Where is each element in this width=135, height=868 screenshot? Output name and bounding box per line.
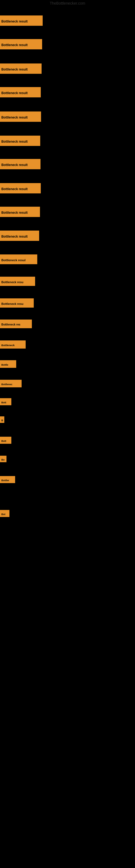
bottleneck-result-label: Bottleneck result	[0, 135, 40, 146]
bottleneck-result-label: Bott	[0, 437, 11, 444]
bottleneck-result-label: Bottler	[0, 476, 15, 483]
bottleneck-result-label: Bottleneck result	[0, 159, 41, 169]
bottleneck-result-label: Bottleneck result	[0, 230, 39, 241]
bottleneck-result-label: Bottleneck	[0, 340, 26, 348]
site-title: TheBottlenecker.com	[0, 0, 135, 6]
bottleneck-result-label: Bo	[0, 456, 6, 462]
bottleneck-result-label: Bottleneck result	[0, 63, 42, 74]
bottleneck-result-label: Bottleneck resu	[0, 277, 35, 286]
bottleneck-result-label: Bottleneck result	[0, 39, 42, 50]
bottleneck-result-label: Bottlenec	[0, 380, 21, 388]
bottleneck-result-label: Bottleneck resu	[0, 299, 34, 308]
bottleneck-result-label: Bottleneck result	[0, 87, 41, 97]
bottleneck-result-label: Bottleneck result	[0, 207, 40, 217]
bottleneck-result-label: Bottle	[0, 360, 16, 368]
bottleneck-result-label: Bottleneck resul	[0, 254, 37, 264]
bottleneck-result-label: Bottleneck res	[0, 319, 32, 328]
bottleneck-result-label: Bottleneck result	[0, 16, 43, 26]
bottleneck-result-label: Bot	[0, 510, 9, 517]
bottleneck-result-label: Bottleneck result	[0, 112, 41, 122]
bottleneck-result-label: Bott	[0, 398, 11, 405]
bottleneck-result-label: B	[0, 416, 4, 423]
bottleneck-result-label: Bottleneck result	[0, 183, 41, 193]
